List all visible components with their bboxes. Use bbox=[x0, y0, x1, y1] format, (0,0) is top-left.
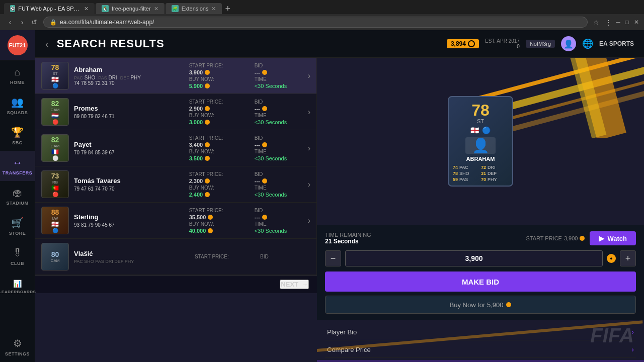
price-section: START PRICE: bbox=[195, 254, 260, 259]
close-button[interactable]: ✕ bbox=[634, 19, 639, 26]
new-tab-button[interactable]: + bbox=[225, 3, 230, 14]
bid-decrease-button[interactable]: − bbox=[325, 250, 341, 266]
watch-button[interactable]: ▶ Watch bbox=[590, 231, 636, 245]
right-panel: 78 ST 🏴󠁧󠁢󠁥󠁮󠁧󠁿 🔵 👤 ABRAHAM 74PAC 72DRI 78… bbox=[317, 58, 644, 362]
card-flags: 🏴󠁧󠁢󠁥󠁮󠁧󠁿 🔵 bbox=[470, 126, 491, 134]
table-row[interactable]: 88 LW 🏴󠁧󠁢󠁥󠁮󠁧󠁿 🔵 Sterling 93 81 79 90 45 … bbox=[35, 203, 316, 239]
price-section: START PRICE: 3,400 BUY NOW: 3,500 bbox=[189, 135, 255, 161]
coins-zero: 0 bbox=[517, 44, 520, 49]
player-info: Abraham PAC SHO PAS DRI DEF PHY 74 78 59… bbox=[74, 66, 189, 86]
coins-amount: 3,894 bbox=[451, 40, 466, 47]
next-bar: NEXT → bbox=[35, 275, 317, 293]
tab-pengu[interactable]: 🐧 free-pengu-filter ✕ bbox=[96, 3, 165, 14]
bid-section: BID --- TIME <30 Seconds bbox=[255, 63, 305, 89]
time-remaining-value: 21 Seconds bbox=[325, 238, 371, 245]
sidebar-item-sbc[interactable]: 🏆 SBC bbox=[0, 121, 35, 151]
user-badge: NoIM3rg bbox=[526, 40, 555, 48]
bid-section: BID --- TIME <30 Seconds bbox=[255, 171, 305, 198]
player-bio-arrow-icon: › bbox=[631, 328, 634, 336]
forward-button[interactable]: › bbox=[17, 17, 27, 27]
browser-bar: ‹ › ↺ 🔒 ea.com/fifa/ultimate-team/web-ap… bbox=[0, 14, 644, 30]
main-area: 78 ST 🏴󠁧󠁢󠁥󠁮󠁧󠁿 🔵 Abraham PAC SHO PAS DRI … bbox=[35, 58, 644, 362]
bid-increase-button[interactable]: + bbox=[620, 250, 636, 266]
next-button[interactable]: NEXT → bbox=[280, 280, 309, 289]
player-card-mini: 82 CAM 🇳🇱 🔴 bbox=[41, 98, 69, 126]
tab-fut[interactable]: ⚽ FUT Web App - EA SPORTS Offi... ✕ bbox=[4, 3, 95, 14]
tab-close-pengu[interactable]: ✕ bbox=[154, 6, 158, 12]
page-header: ‹ SEARCH RESULTS 3,894 EST. APR 2017 0 N… bbox=[35, 30, 644, 58]
buy-now-coin-icon bbox=[506, 302, 511, 307]
sidebar: FUT21 ⌂ HOME 👥 SQUADS 🏆 SBC ↔ TRANSFERS … bbox=[0, 30, 35, 362]
bid-timer-row: TIME REMAINING 21 Seconds START PRICE 3,… bbox=[325, 231, 636, 245]
url-bar[interactable]: 🔒 ea.com/fifa/ultimate-team/web-app/ bbox=[43, 17, 588, 28]
tab-close-ext[interactable]: ✕ bbox=[211, 6, 216, 12]
ea-sports-label: EA SPORTS bbox=[599, 40, 634, 47]
back-button[interactable]: ‹ bbox=[5, 17, 15, 27]
card-player-name: ABRAHAM bbox=[466, 156, 495, 162]
card-stats-grid: 74PAC 72DRI 78SHO 31DEF 59PAS 70PHY bbox=[453, 165, 508, 182]
buy-now-button[interactable]: Buy Now for 5,900 bbox=[325, 296, 636, 314]
player-info: Vlašić PAC SHO PAS DRI DEF PHY bbox=[74, 250, 195, 264]
apps-icon[interactable]: ⋮ bbox=[604, 18, 613, 27]
table-row[interactable]: 82 CAM 🇳🇱 🔴 Promes 89 80 79 82 46 71 bbox=[35, 94, 316, 130]
stadium-icon: 🏟 bbox=[13, 187, 23, 199]
row-arrow-icon[interactable]: › bbox=[308, 71, 310, 80]
leaderboards-icon: 📊 bbox=[13, 280, 22, 288]
make-bid-button[interactable]: Make Bid bbox=[325, 272, 636, 292]
player-card-mini: 73 RB 🇵🇹 🔴 bbox=[41, 170, 69, 198]
bid-section: BID --- TIME <30 Seconds bbox=[255, 99, 305, 125]
tab-label-ext: Extensions bbox=[182, 6, 209, 12]
time-remaining-section: TIME REMAINING 21 Seconds bbox=[325, 232, 371, 245]
player-info: Payet 70 79 84 85 39 67 bbox=[74, 141, 189, 155]
player-showcase: 78 ST 🏴󠁧󠁢󠁥󠁮󠁧󠁿 🔵 👤 ABRAHAM 74PAC 72DRI 78… bbox=[317, 58, 644, 225]
coins-icon bbox=[468, 40, 475, 47]
sidebar-item-transfers[interactable]: ↔ TRANSFERS bbox=[0, 151, 35, 181]
row-arrow-icon[interactable]: › bbox=[308, 216, 310, 225]
compare-price-link[interactable]: Compare Price › bbox=[325, 341, 636, 358]
table-row[interactable]: 78 ST 🏴󠁧󠁢󠁥󠁮󠁧󠁿 🔵 Abraham PAC SHO PAS DRI … bbox=[35, 58, 316, 94]
row-arrow-icon[interactable]: › bbox=[308, 180, 310, 189]
table-row[interactable]: 80 CAM Vlašić PAC SHO PAS DRI DEF PHY ST… bbox=[35, 239, 316, 275]
club-flag: 🔵 bbox=[482, 126, 491, 134]
tab-close-fut[interactable]: ✕ bbox=[84, 6, 89, 12]
compare-price-label: Compare Price bbox=[327, 346, 371, 353]
avatar: 👤 bbox=[561, 36, 576, 51]
table-row[interactable]: 82 CAM 🇫🇷 ⚪ Payet 70 79 84 85 39 67 bbox=[35, 130, 316, 166]
bid-panel: TIME REMAINING 21 Seconds START PRICE 3,… bbox=[317, 225, 644, 320]
row-arrow-icon[interactable]: › bbox=[308, 144, 310, 153]
player-info: Sterling 93 81 79 90 45 67 bbox=[74, 213, 189, 228]
back-button[interactable]: ‹ bbox=[45, 38, 49, 50]
home-icon: ⌂ bbox=[14, 66, 20, 78]
player-bio-link[interactable]: Player Bio › bbox=[325, 324, 636, 340]
browser-chrome: ⚽ FUT Web App - EA SPORTS Offi... ✕ 🐧 fr… bbox=[0, 0, 644, 30]
page-title: SEARCH RESULTS bbox=[57, 37, 165, 50]
star-icon[interactable]: ☆ bbox=[592, 18, 601, 27]
bid-section: BID --- TIME <30 Seconds bbox=[255, 135, 305, 161]
player-card-mini: 78 ST 🏴󠁧󠁢󠁥󠁮󠁧󠁿 🔵 bbox=[41, 62, 69, 89]
compare-price-arrow-icon: › bbox=[631, 345, 634, 353]
sidebar-item-store[interactable]: 🛒 STORE bbox=[0, 211, 35, 241]
tab-favicon-ext: 🧩 bbox=[172, 5, 179, 12]
bid-section: BID --- TIME <30 Seconds bbox=[255, 208, 305, 234]
sidebar-item-settings[interactable]: ⚙ SETTINGS bbox=[0, 332, 35, 362]
sidebar-item-squads[interactable]: 👥 SQUADS bbox=[0, 90, 35, 121]
refresh-button[interactable]: ↺ bbox=[29, 17, 39, 27]
tab-extensions[interactable]: 🧩 Extensions ✕ bbox=[166, 3, 222, 14]
tab-favicon-pengu: 🐧 bbox=[102, 5, 109, 12]
bid-input[interactable] bbox=[345, 250, 603, 266]
buy-now-label: Buy Now for 5,900 bbox=[450, 301, 504, 309]
store-icon: 🛒 bbox=[11, 217, 24, 229]
sidebar-item-club[interactable]: 🎖 CLUB bbox=[0, 241, 35, 272]
row-arrow-icon[interactable]: › bbox=[308, 108, 310, 117]
player-info: Tomás Tavares 79 47 61 74 70 70 bbox=[74, 177, 189, 192]
watch-label: Watch bbox=[607, 235, 627, 242]
sidebar-item-leaderboards[interactable]: 📊 LEADERBOARDS bbox=[0, 272, 35, 302]
price-section: START PRICE: 2,900 BUY NOW: 3,000 bbox=[189, 99, 255, 125]
maximize-button[interactable]: □ bbox=[625, 19, 629, 26]
minimize-button[interactable]: ─ bbox=[616, 19, 620, 26]
sidebar-item-stadium[interactable]: 🏟 STADIUM bbox=[0, 181, 35, 211]
table-row[interactable]: 73 RB 🇵🇹 🔴 Tomás Tavares 79 47 61 74 70 … bbox=[35, 166, 316, 203]
sidebar-item-home[interactable]: ⌂ HOME bbox=[0, 60, 35, 90]
fifa-globe-icon: 🌐 bbox=[582, 38, 593, 49]
player-image: 👤 bbox=[465, 137, 496, 154]
